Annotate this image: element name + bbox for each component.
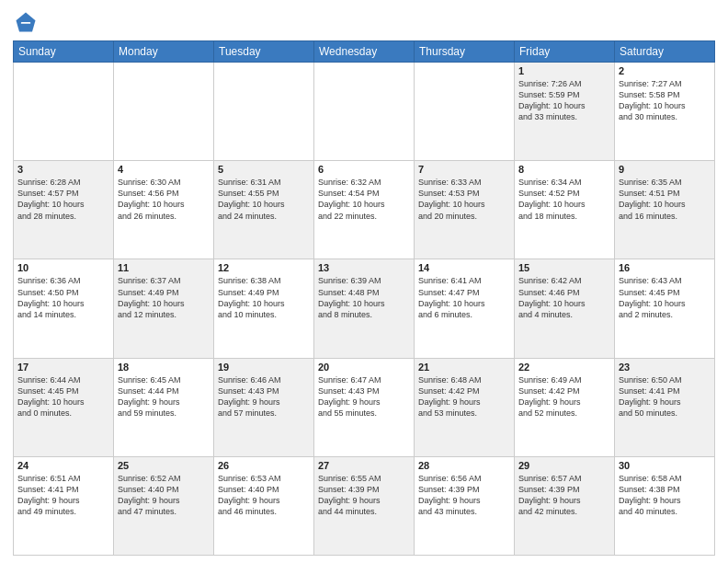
day-number: 27	[318, 460, 410, 471]
day-number: 16	[619, 262, 711, 273]
day-cell	[14, 63, 114, 161]
day-number: 3	[17, 164, 109, 175]
day-number: 28	[418, 460, 510, 471]
week-row-2: 10Sunrise: 6:36 AM Sunset: 4:50 PM Dayli…	[14, 259, 715, 358]
day-info: Sunrise: 6:51 AM Sunset: 4:41 PM Dayligh…	[17, 473, 109, 518]
day-info: Sunrise: 6:48 AM Sunset: 4:42 PM Dayligh…	[418, 374, 510, 419]
weekday-tuesday: Tuesday	[214, 41, 314, 63]
day-cell	[415, 63, 515, 161]
day-cell: 21Sunrise: 6:48 AM Sunset: 4:42 PM Dayli…	[415, 358, 515, 456]
weekday-friday: Friday	[515, 41, 615, 63]
day-cell: 13Sunrise: 6:39 AM Sunset: 4:48 PM Dayli…	[314, 259, 415, 358]
weekday-saturday: Saturday	[615, 41, 715, 63]
day-info: Sunrise: 6:46 AM Sunset: 4:43 PM Dayligh…	[218, 374, 310, 419]
logo-icon	[13, 9, 39, 35]
day-info: Sunrise: 6:45 AM Sunset: 4:44 PM Dayligh…	[118, 374, 210, 419]
day-cell: 4Sunrise: 6:30 AM Sunset: 4:56 PM Daylig…	[114, 161, 214, 259]
day-cell: 15Sunrise: 6:42 AM Sunset: 4:46 PM Dayli…	[515, 259, 615, 358]
day-number: 7	[418, 164, 510, 175]
day-number: 20	[318, 362, 410, 373]
calendar-table: SundayMondayTuesdayWednesdayThursdayFrid…	[13, 40, 715, 556]
day-number: 5	[218, 164, 310, 175]
day-cell: 24Sunrise: 6:51 AM Sunset: 4:41 PM Dayli…	[14, 456, 114, 555]
day-number: 14	[418, 262, 510, 273]
day-info: Sunrise: 6:49 AM Sunset: 4:42 PM Dayligh…	[518, 374, 610, 419]
weekday-sunday: Sunday	[14, 41, 114, 63]
day-number: 6	[318, 164, 410, 175]
day-cell: 14Sunrise: 6:41 AM Sunset: 4:47 PM Dayli…	[415, 259, 515, 358]
day-number: 12	[218, 262, 310, 273]
weekday-monday: Monday	[114, 41, 214, 63]
svg-rect-2	[21, 22, 31, 24]
day-info: Sunrise: 6:50 AM Sunset: 4:41 PM Dayligh…	[619, 374, 711, 419]
day-info: Sunrise: 6:35 AM Sunset: 4:51 PM Dayligh…	[619, 177, 711, 222]
weekday-thursday: Thursday	[415, 41, 515, 63]
day-info: Sunrise: 6:57 AM Sunset: 4:39 PM Dayligh…	[518, 473, 610, 518]
day-cell: 7Sunrise: 6:33 AM Sunset: 4:53 PM Daylig…	[415, 161, 515, 259]
day-cell: 23Sunrise: 6:50 AM Sunset: 4:41 PM Dayli…	[615, 358, 715, 456]
day-number: 4	[118, 164, 210, 175]
day-cell: 10Sunrise: 6:36 AM Sunset: 4:50 PM Dayli…	[14, 259, 114, 358]
day-number: 2	[619, 65, 711, 76]
day-cell: 19Sunrise: 6:46 AM Sunset: 4:43 PM Dayli…	[214, 358, 314, 456]
day-cell: 26Sunrise: 6:53 AM Sunset: 4:40 PM Dayli…	[214, 456, 314, 555]
day-cell	[114, 63, 214, 161]
week-row-3: 17Sunrise: 6:44 AM Sunset: 4:45 PM Dayli…	[14, 358, 715, 456]
weekday-header-row: SundayMondayTuesdayWednesdayThursdayFrid…	[14, 41, 715, 63]
day-cell: 29Sunrise: 6:57 AM Sunset: 4:39 PM Dayli…	[515, 456, 615, 555]
day-info: Sunrise: 6:56 AM Sunset: 4:39 PM Dayligh…	[418, 473, 510, 518]
day-info: Sunrise: 6:55 AM Sunset: 4:39 PM Dayligh…	[318, 473, 410, 518]
day-info: Sunrise: 7:26 AM Sunset: 5:59 PM Dayligh…	[518, 78, 610, 123]
day-info: Sunrise: 6:31 AM Sunset: 4:55 PM Dayligh…	[218, 177, 310, 222]
day-info: Sunrise: 6:52 AM Sunset: 4:40 PM Dayligh…	[118, 473, 210, 518]
day-number: 21	[418, 362, 510, 373]
day-info: Sunrise: 6:28 AM Sunset: 4:57 PM Dayligh…	[17, 177, 109, 222]
day-cell: 25Sunrise: 6:52 AM Sunset: 4:40 PM Dayli…	[114, 456, 214, 555]
logo	[13, 9, 42, 35]
day-number: 9	[619, 164, 711, 175]
day-info: Sunrise: 6:38 AM Sunset: 4:49 PM Dayligh…	[218, 275, 310, 320]
week-row-1: 3Sunrise: 6:28 AM Sunset: 4:57 PM Daylig…	[14, 161, 715, 259]
page: SundayMondayTuesdayWednesdayThursdayFrid…	[0, 0, 728, 563]
day-cell: 28Sunrise: 6:56 AM Sunset: 4:39 PM Dayli…	[415, 456, 515, 555]
day-number: 8	[518, 164, 610, 175]
day-info: Sunrise: 6:36 AM Sunset: 4:50 PM Dayligh…	[17, 275, 109, 320]
day-number: 15	[518, 262, 610, 273]
day-cell: 20Sunrise: 6:47 AM Sunset: 4:43 PM Dayli…	[314, 358, 415, 456]
day-cell: 9Sunrise: 6:35 AM Sunset: 4:51 PM Daylig…	[615, 161, 715, 259]
day-number: 24	[17, 460, 109, 471]
day-number: 23	[619, 362, 711, 373]
day-number: 1	[518, 65, 610, 76]
week-row-0: 1Sunrise: 7:26 AM Sunset: 5:59 PM Daylig…	[14, 63, 715, 161]
day-info: Sunrise: 6:34 AM Sunset: 4:52 PM Dayligh…	[518, 177, 610, 222]
day-info: Sunrise: 6:32 AM Sunset: 4:54 PM Dayligh…	[318, 177, 410, 222]
day-number: 22	[518, 362, 610, 373]
day-cell	[214, 63, 314, 161]
day-info: Sunrise: 6:37 AM Sunset: 4:49 PM Dayligh…	[118, 275, 210, 320]
day-cell: 30Sunrise: 6:58 AM Sunset: 4:38 PM Dayli…	[615, 456, 715, 555]
day-number: 13	[318, 262, 410, 273]
week-row-4: 24Sunrise: 6:51 AM Sunset: 4:41 PM Dayli…	[14, 456, 715, 555]
day-cell: 6Sunrise: 6:32 AM Sunset: 4:54 PM Daylig…	[314, 161, 415, 259]
header	[13, 9, 715, 35]
day-cell: 16Sunrise: 6:43 AM Sunset: 4:45 PM Dayli…	[615, 259, 715, 358]
day-info: Sunrise: 6:33 AM Sunset: 4:53 PM Dayligh…	[418, 177, 510, 222]
day-info: Sunrise: 7:27 AM Sunset: 5:58 PM Dayligh…	[619, 78, 711, 123]
day-info: Sunrise: 6:53 AM Sunset: 4:40 PM Dayligh…	[218, 473, 310, 518]
day-cell: 5Sunrise: 6:31 AM Sunset: 4:55 PM Daylig…	[214, 161, 314, 259]
day-cell: 18Sunrise: 6:45 AM Sunset: 4:44 PM Dayli…	[114, 358, 214, 456]
day-cell: 22Sunrise: 6:49 AM Sunset: 4:42 PM Dayli…	[515, 358, 615, 456]
day-cell: 8Sunrise: 6:34 AM Sunset: 4:52 PM Daylig…	[515, 161, 615, 259]
day-info: Sunrise: 6:39 AM Sunset: 4:48 PM Dayligh…	[318, 275, 410, 320]
day-cell: 27Sunrise: 6:55 AM Sunset: 4:39 PM Dayli…	[314, 456, 415, 555]
day-number: 18	[118, 362, 210, 373]
day-number: 17	[17, 362, 109, 373]
day-number: 26	[218, 460, 310, 471]
day-cell	[314, 63, 415, 161]
day-cell: 2Sunrise: 7:27 AM Sunset: 5:58 PM Daylig…	[615, 63, 715, 161]
day-cell: 17Sunrise: 6:44 AM Sunset: 4:45 PM Dayli…	[14, 358, 114, 456]
day-number: 29	[518, 460, 610, 471]
day-number: 11	[118, 262, 210, 273]
day-number: 10	[17, 262, 109, 273]
day-cell: 11Sunrise: 6:37 AM Sunset: 4:49 PM Dayli…	[114, 259, 214, 358]
